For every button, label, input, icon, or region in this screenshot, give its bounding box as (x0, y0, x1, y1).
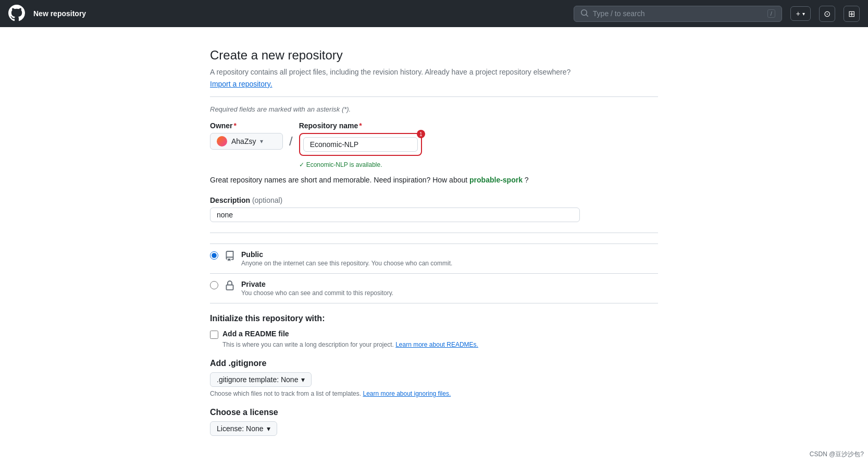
repo-name-input[interactable] (303, 137, 418, 152)
repo-name-label: Repository name* (299, 121, 422, 130)
profile-icon: ⊞ (848, 9, 855, 19)
license-chevron-icon: ▾ (267, 424, 270, 433)
description-section: Description (optional) (210, 196, 658, 222)
search-icon (580, 9, 589, 19)
import-repository-link[interactable]: Import a repository. (210, 80, 272, 88)
gitignore-section: Add .gitignore .gitignore template: None… (210, 359, 658, 397)
gitignore-title: Add .gitignore (210, 359, 658, 368)
license-section: Choose a license License: None ▾ (210, 408, 658, 436)
readme-desc: This is where you can write a long descr… (222, 341, 658, 348)
repo-name-form-group: Repository name* 1 ✓ Economic-NLP is ava… (299, 121, 422, 168)
required-fields-notice: Required fields are marked with an aster… (210, 105, 658, 113)
github-logo-icon (8, 5, 25, 23)
section-divider-2 (210, 233, 658, 233)
gitignore-template-dropdown[interactable]: .gitignore template: None ▾ (210, 372, 312, 387)
owner-required-star: * (234, 121, 237, 130)
public-repo-icon (225, 251, 235, 264)
gitignore-chevron-icon: ▾ (301, 375, 305, 384)
readme-checkbox[interactable] (210, 331, 218, 339)
desc-label: Description (optional) (210, 196, 658, 204)
readme-learn-more-link[interactable]: Learn more about READMEs. (395, 341, 478, 348)
owner-chevron-icon: ▾ (260, 138, 263, 145)
readme-label: Add a README file (222, 330, 289, 338)
section-divider-1 (210, 96, 658, 97)
create-new-button[interactable]: + ▾ (790, 6, 811, 21)
gitignore-desc: Choose which files not to track from a l… (210, 390, 658, 397)
main-content: Create a new repository A repository con… (200, 27, 668, 463)
owner-repo-row: Owner* AhaZsy ▾ / Repository name* 1 ✓ E… (210, 121, 658, 168)
profile-menu-button[interactable]: ⊞ (844, 6, 860, 22)
private-repo-icon (225, 281, 235, 294)
private-option: Private You choose who can see and commi… (210, 273, 658, 303)
slash-separator: / (287, 134, 295, 149)
bell-icon: ⊙ (824, 9, 830, 19)
license-dropdown[interactable]: License: None ▾ (210, 421, 277, 436)
search-placeholder-text: Type / to search (593, 9, 645, 18)
init-section-title: Initialize this repository with: (210, 314, 658, 323)
public-option: Public Anyone on the internet can see th… (210, 243, 658, 273)
inbox-button[interactable]: ⊙ (819, 6, 835, 22)
global-search-bar[interactable]: Type / to search / (574, 6, 782, 22)
header: New repository Type / to search / + ▾ ⊙ … (0, 0, 868, 27)
license-title: Choose a license (210, 408, 658, 417)
page-nav-title: New repository (33, 9, 86, 18)
gitignore-learn-more-link[interactable]: Learn more about ignoring files. (363, 390, 451, 397)
owner-avatar (217, 136, 227, 147)
private-radio[interactable] (210, 281, 218, 289)
public-radio[interactable] (210, 251, 218, 260)
error-badge: 1 (417, 130, 425, 138)
suggestion-name-link[interactable]: probable-spork (469, 176, 523, 184)
public-option-text: Public Anyone on the internet can see th… (241, 250, 452, 267)
readme-checkbox-row: Add a README file (210, 330, 658, 339)
subtitle-text: A repository contains all project files,… (210, 67, 658, 78)
chevron-down-icon: ▾ (802, 11, 805, 17)
repo-name-required-star: * (359, 121, 362, 130)
name-suggestion-text: Great repository names are short and mem… (210, 175, 658, 186)
initialize-section: Initialize this repository with: Add a R… (210, 314, 658, 348)
search-shortcut-key: / (767, 9, 775, 18)
visibility-section: Public Anyone on the internet can see th… (210, 243, 658, 303)
owner-name-text: AhaZsy (231, 137, 256, 145)
private-option-text: Private You choose who can see and commi… (241, 280, 393, 297)
availability-message: ✓ Economic-NLP is available. (299, 161, 422, 168)
page-title: Create a new repository (210, 48, 658, 63)
watermark-text: CSDN @豆沙沙包? (810, 450, 864, 459)
owner-label: Owner* (210, 121, 283, 130)
check-circle-icon: ✓ (299, 161, 304, 168)
description-input[interactable] (210, 208, 580, 222)
owner-dropdown[interactable]: AhaZsy ▾ (210, 133, 283, 150)
owner-form-group: Owner* AhaZsy ▾ (210, 121, 283, 150)
plus-icon: + (796, 9, 800, 18)
repo-name-highlight-box: 1 (299, 133, 422, 156)
